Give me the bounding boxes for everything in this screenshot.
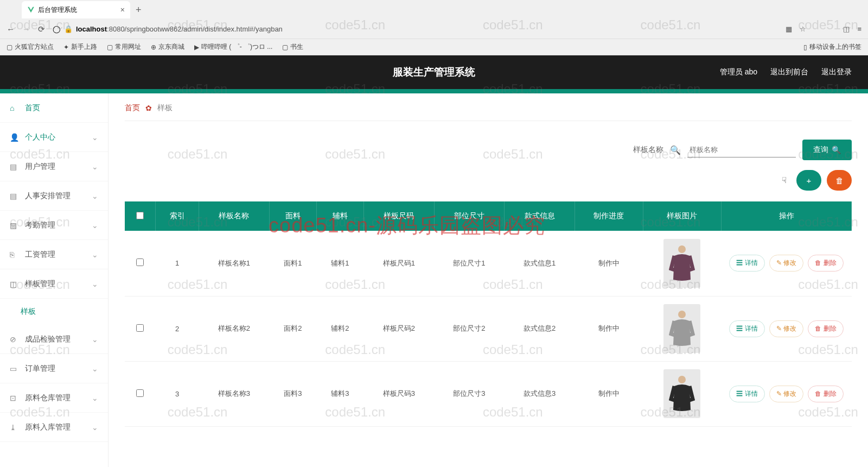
breadcrumb-home[interactable]: 首页 xyxy=(125,103,140,113)
tab-title: 后台管理系统 xyxy=(38,5,77,15)
col-index: 索引 xyxy=(155,201,199,231)
filter-input[interactable] xyxy=(687,142,796,157)
close-icon[interactable]: × xyxy=(120,5,125,14)
col-style: 款式信息 xyxy=(505,201,575,231)
sidebar-item-salary[interactable]: ⎘工资管理⌄ xyxy=(0,240,108,269)
delete-row-button[interactable]: 🗑 删除 xyxy=(808,386,843,402)
sidebar-item-home[interactable]: ⌂首页 xyxy=(0,93,108,123)
svg-point-2 xyxy=(678,376,686,383)
bookmark-item[interactable]: ▢ 火狐官方站点 xyxy=(7,42,54,52)
cell-part: 部位尺寸1 xyxy=(434,231,505,296)
qr-icon[interactable]: ▦ xyxy=(786,25,792,33)
product-thumbnail[interactable] xyxy=(663,369,700,418)
breadcrumb-current: 样板 xyxy=(157,103,173,113)
cell-actions: ☰ 详情 ✎ 修改 🗑 删除 xyxy=(722,361,852,426)
col-progress: 制作进度 xyxy=(575,201,643,231)
col-size: 样板尺码 xyxy=(364,201,435,231)
check2-icon: ⊘ xyxy=(10,335,20,344)
cell-image xyxy=(643,361,721,426)
sidebar-item-orders[interactable]: ▭订单管理⌄ xyxy=(0,354,108,383)
sidebar-item-warehouse[interactable]: ⊡原料仓库管理⌄ xyxy=(0,383,108,413)
cell-fabric: 面料3 xyxy=(269,361,316,426)
col-image: 样板图片 xyxy=(643,201,721,231)
users-icon: ▤ xyxy=(10,162,20,171)
row-checkbox[interactable] xyxy=(136,389,144,397)
extensions-icon[interactable]: ◫ xyxy=(843,25,850,33)
url-box[interactable]: ◯ 🔒 localhost:8080/springbootww862/admin… xyxy=(53,25,778,33)
cell-size: 样板尺码1 xyxy=(364,231,435,296)
delete-row-button[interactable]: 🗑 删除 xyxy=(808,320,843,337)
lock-icon: 🔒 xyxy=(64,25,73,33)
table-row: 1 样板名称1 面料1 辅料1 样板尺码1 部位尺寸1 款式信息1 制作中 ☰ … xyxy=(125,231,852,296)
detail-button[interactable]: ☰ 详情 xyxy=(729,255,764,272)
cell-aux: 辅料2 xyxy=(316,296,363,361)
search-icon: 🔍 xyxy=(670,145,681,155)
template-icon: ◫ xyxy=(10,280,20,288)
browser-chrome: 后台管理系统 × + ← → ⟳ ◯ 🔒 localhost:8080/spri… xyxy=(0,0,868,55)
star-icon[interactable]: ☆ xyxy=(800,25,806,33)
bookmark-item[interactable]: ✦ 新手上路 xyxy=(63,42,97,52)
bookmark-item[interactable]: ▢ 书生 xyxy=(282,42,303,52)
bookmark-item[interactable]: ⊕ 京东商城 xyxy=(151,42,184,52)
cell-aux: 辅料3 xyxy=(316,361,363,426)
edit-button[interactable]: ✎ 修改 xyxy=(769,320,803,337)
checkbox-all[interactable] xyxy=(136,212,144,219)
edit-button[interactable]: ✎ 修改 xyxy=(769,386,803,402)
cell-image xyxy=(643,296,721,361)
bookmark-bar: ▢ 火狐官方站点 ✦ 新手上路 ▢ 常用网址 ⊕ 京东商城 ▶ 哔哩哔哩 ( ゜… xyxy=(0,39,868,55)
chevron-down-icon: ⌄ xyxy=(92,250,98,259)
reload-icon[interactable]: ⟳ xyxy=(38,24,45,34)
sidebar-subitem-yangban[interactable]: 样板 xyxy=(0,299,108,325)
chevron-down-icon: ⌄ xyxy=(92,394,98,402)
cell-aux: 辅料1 xyxy=(316,231,363,296)
sidebar-item-profile[interactable]: 👤个人中心⌄ xyxy=(0,123,108,152)
cell-name: 样板名称3 xyxy=(199,361,270,426)
cell-index: 1 xyxy=(155,231,199,296)
detail-button[interactable]: ☰ 详情 xyxy=(729,386,764,402)
forward-icon[interactable]: → xyxy=(22,24,30,34)
col-part: 部位尺寸 xyxy=(434,201,505,231)
back-icon[interactable]: ← xyxy=(7,24,15,34)
sidebar-item-inspect[interactable]: ⊘成品检验管理⌄ xyxy=(0,325,108,354)
content: 首页 ✿ 样板 样板名称 🔍 查询🔍 ☟ + 🗑 索引 样板名称 面料 辅料 xyxy=(108,93,868,467)
sidebar-item-hr[interactable]: ▤人事安排管理⌄ xyxy=(0,181,108,211)
row-checkbox[interactable] xyxy=(136,258,144,266)
col-name: 样板名称 xyxy=(199,201,270,231)
delete-button[interactable]: 🗑 xyxy=(827,170,852,191)
user-info[interactable]: 管理员 abo xyxy=(720,67,757,77)
product-thumbnail[interactable] xyxy=(663,304,700,353)
cell-image xyxy=(643,231,721,296)
action-row: ☟ + 🗑 xyxy=(125,170,852,191)
app-header: 服装生产管理系统 管理员 abo 退出到前台 退出登录 xyxy=(0,55,868,89)
col-fabric: 面料 xyxy=(269,201,316,231)
new-tab-button[interactable]: + xyxy=(136,4,142,16)
sidebar-item-template[interactable]: ◫样板管理⌄ xyxy=(0,269,108,299)
mobile-bookmark[interactable]: ▯ 移动设备上的书签 xyxy=(803,42,861,52)
warehouse-icon: ⊡ xyxy=(10,394,20,402)
cell-size: 样板尺码2 xyxy=(364,296,435,361)
edit-button[interactable]: ✎ 修改 xyxy=(769,255,803,272)
browser-tab[interactable]: 后台管理系统 × xyxy=(22,1,130,18)
query-button[interactable]: 查询🔍 xyxy=(802,140,852,160)
add-button[interactable]: + xyxy=(796,170,821,191)
row-checkbox[interactable] xyxy=(136,324,144,332)
col-aux: 辅料 xyxy=(316,201,363,231)
bookmark-item[interactable]: ▢ 常用网址 xyxy=(107,42,141,52)
product-thumbnail[interactable] xyxy=(663,239,700,288)
logout-link[interactable]: 退出登录 xyxy=(821,67,852,77)
cell-progress: 制作中 xyxy=(575,296,643,361)
sidebar-item-users[interactable]: ▤用户管理⌄ xyxy=(0,152,108,181)
sidebar: ⌂首页 👤个人中心⌄ ▤用户管理⌄ ▤人事安排管理⌄ ▨考勤管理⌄ ⎘工资管理⌄… xyxy=(0,93,108,467)
menu-icon[interactable]: ≡ xyxy=(857,25,861,33)
delete-row-button[interactable]: 🗑 删除 xyxy=(808,255,843,272)
chevron-down-icon: ⌄ xyxy=(92,192,98,200)
bookmark-item[interactable]: ▶ 哔哩哔哩 ( ゜- ゜)つロ ... xyxy=(194,42,272,52)
chevron-down-icon: ⌄ xyxy=(92,335,98,344)
sidebar-item-attendance[interactable]: ▨考勤管理⌄ xyxy=(0,211,108,240)
sidebar-item-inbound[interactable]: ⤓原料入库管理⌄ xyxy=(0,413,108,442)
chevron-down-icon: ⌄ xyxy=(92,133,98,142)
exit-front-link[interactable]: 退出到前台 xyxy=(770,67,808,77)
chevron-down-icon: ⌄ xyxy=(92,364,98,373)
tab-bar: 后台管理系统 × + xyxy=(0,0,868,20)
detail-button[interactable]: ☰ 详情 xyxy=(729,320,764,337)
